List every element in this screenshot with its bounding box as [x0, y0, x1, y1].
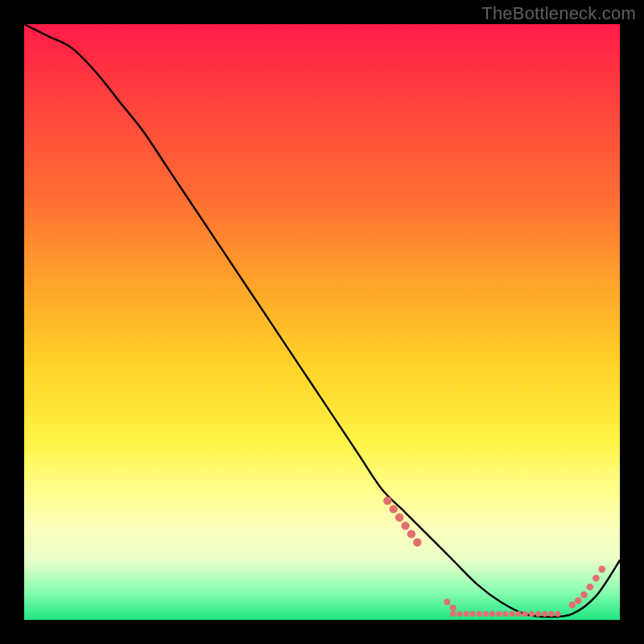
data-point	[516, 611, 522, 617]
data-point	[587, 584, 594, 591]
data-point	[444, 599, 450, 605]
data-point	[464, 611, 469, 617]
data-point	[510, 611, 515, 617]
data-point	[522, 611, 528, 617]
data-point	[395, 514, 403, 522]
data-point	[548, 611, 554, 617]
chart-svg	[24, 24, 620, 620]
chart-frame: TheBottleneck.com	[0, 0, 644, 644]
data-point	[450, 605, 456, 611]
data-point	[529, 611, 535, 617]
data-point	[555, 611, 560, 617]
data-point	[407, 530, 415, 538]
data-point	[569, 601, 576, 609]
data-point	[502, 611, 508, 617]
data-point	[413, 539, 421, 547]
data-point	[542, 611, 547, 617]
data-point	[456, 611, 462, 617]
data-point	[599, 566, 606, 573]
bottleneck-curve	[24, 24, 620, 617]
data-point	[483, 611, 489, 617]
data-point	[489, 611, 495, 617]
data-point	[592, 575, 600, 582]
data-point	[575, 597, 582, 605]
plot-area	[24, 24, 620, 620]
data-point	[390, 505, 398, 513]
data-point	[580, 592, 588, 599]
data-point	[477, 611, 482, 617]
data-point	[496, 611, 502, 617]
data-point	[470, 611, 476, 617]
data-point	[450, 611, 456, 617]
data-point	[535, 611, 541, 617]
data-point	[383, 497, 391, 505]
watermark-label: TheBottleneck.com	[481, 3, 636, 24]
data-point	[401, 522, 409, 530]
